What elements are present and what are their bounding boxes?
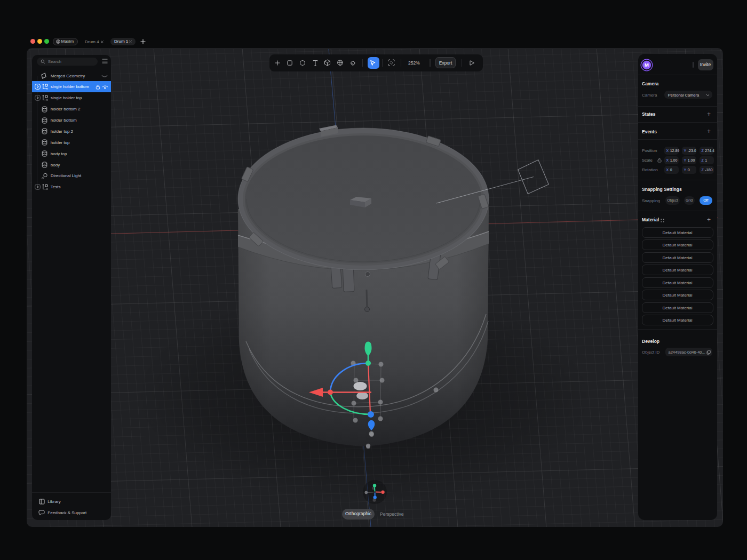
svg-text:M: M: [645, 62, 649, 68]
